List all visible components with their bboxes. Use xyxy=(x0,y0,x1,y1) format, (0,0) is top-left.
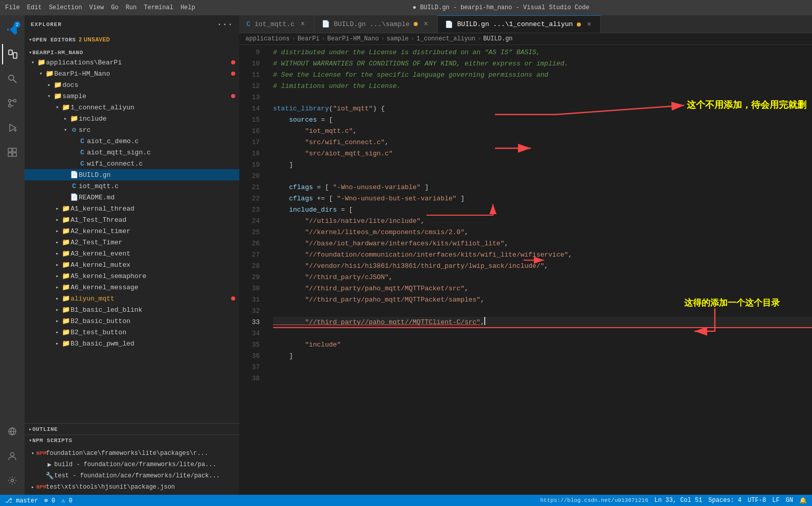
folder-b3[interactable]: 📁 B3_basic_pwm_led xyxy=(25,338,239,349)
status-position[interactable]: Ln 33, Col 51 xyxy=(655,497,703,504)
folder-b2-test-icon: 📁 xyxy=(61,328,71,337)
b3-arrow xyxy=(53,339,61,348)
activity-account[interactable] xyxy=(2,446,22,466)
tab-build-1connect-close[interactable]: × xyxy=(585,20,593,29)
folder-applications[interactable]: 📁 applications\BearPi xyxy=(25,57,239,68)
open-editors-badge: 2 UNSAVED xyxy=(79,37,110,42)
file-tree: OPEN EDITORS 2 UNSAVED BEARPI-HM_NANO 📁 … xyxy=(25,33,239,423)
bc-sep1: › xyxy=(291,35,295,42)
bc-1connect[interactable]: 1_connect_aliyun xyxy=(417,35,476,42)
tab-build-sample-close[interactable]: × xyxy=(422,20,430,28)
folder-aliyun[interactable]: 📁 aliyun_mqtt xyxy=(25,293,239,304)
folder-b2-button[interactable]: 📁 B2_basic_button xyxy=(25,315,239,327)
bc-applications[interactable]: applications xyxy=(245,35,289,42)
folder-a2-test-icon: 📁 xyxy=(61,238,71,247)
open-editors-header[interactable]: OPEN EDITORS 2 UNSAVED xyxy=(25,35,239,44)
folder-docs[interactable]: 📁 docs xyxy=(25,79,239,90)
activity-explorer[interactable] xyxy=(2,44,22,64)
menu-go[interactable]: Go xyxy=(111,4,118,11)
folder-a5-icon: 📁 xyxy=(61,271,71,281)
a3-arrow xyxy=(53,249,61,258)
npm-test-script[interactable]: 🔧 test - foundation/ace/frameworks/lite/… xyxy=(25,470,239,481)
npm-item-foundation[interactable]: NPM foundation\ace\frameworks\lite\packa… xyxy=(25,448,239,459)
folder-sample[interactable]: 📁 sample xyxy=(25,90,239,102)
status-url: https://blog.csdn.net/u013671216 xyxy=(540,497,648,503)
folder-a6[interactable]: 📁 A6_kernel_message xyxy=(25,282,239,293)
status-errors[interactable]: ⊗ 0 xyxy=(44,497,55,504)
status-encoding[interactable]: UTF-8 xyxy=(748,497,766,504)
folder-a5[interactable]: 📁 A5_kernel_semaphore xyxy=(25,270,239,282)
folder-b1[interactable]: 📁 B1_basic_led_blink xyxy=(25,304,239,315)
file-readme-label: README.md xyxy=(79,194,239,201)
svg-rect-1 xyxy=(13,53,17,58)
folder-1connect[interactable]: 📁 1_connect_aliyun xyxy=(25,102,239,113)
folder-a3[interactable]: 📁 A3_kernel_event xyxy=(25,248,239,259)
code-line-11: # See the License for the specific langu… xyxy=(273,70,812,81)
file-build-gn[interactable]: 📄 BUILD.gn xyxy=(25,169,239,180)
folder-a4[interactable]: 📁 A4_kernel_mutex xyxy=(25,259,239,270)
menu-terminal[interactable]: Terminal xyxy=(144,4,173,11)
file-aiot-c-demo-label: aiot_c_demo.c xyxy=(87,137,239,145)
folder-a1-test[interactable]: 📁 A1_Test_Thread xyxy=(25,214,239,225)
status-bell[interactable]: 🔔 xyxy=(799,497,807,504)
b2-button-arrow xyxy=(53,317,61,325)
npm-build-script[interactable]: ▶ build - foundation/ace/frameworks/lite… xyxy=(25,459,239,470)
file-build-gn-label: BUILD.gn xyxy=(79,171,239,179)
status-branch[interactable]: ⎇ master xyxy=(5,497,38,504)
tab-iot-mqtt-close[interactable]: × xyxy=(299,20,307,28)
activity-settings[interactable] xyxy=(2,470,22,491)
tab-iot-mqtt[interactable]: C iot_mqtt.c × xyxy=(239,15,314,33)
code-editor[interactable]: 9 10 11 12 13 14 15 16 17 18 19 20 21 22… xyxy=(239,45,812,495)
code-content[interactable]: # distributed under the License is distr… xyxy=(265,45,812,495)
folder-a1-kernel[interactable]: 📁 A1_kernal_thread xyxy=(25,203,239,214)
file-iot-mqtt-label: iot_mqtt.c xyxy=(79,182,239,190)
activity-remote[interactable] xyxy=(2,421,22,442)
sidebar-more-button[interactable]: ··· xyxy=(217,20,233,29)
menu-help[interactable]: Help xyxy=(181,4,195,11)
folder-bearpi-hm-nano[interactable]: 📁 BearPi-HM_Nano xyxy=(25,68,239,79)
applications-arrow xyxy=(29,58,37,66)
file-readme[interactable]: 📄 README.md xyxy=(25,192,239,203)
tab-build-1connect[interactable]: 📄 BUILD.gn ...\1_connect_aliyun × xyxy=(438,15,601,33)
outline-header[interactable]: OUTLINE xyxy=(25,424,239,434)
bc-bearpi[interactable]: BearPi xyxy=(298,35,320,42)
code-line-36: ] xyxy=(273,351,812,362)
menu-run[interactable]: Run xyxy=(126,4,137,11)
bc-sample[interactable]: sample xyxy=(387,35,409,42)
tab-build-sample[interactable]: 📄 BUILD.gn ...\sample × xyxy=(314,15,438,33)
folder-b2-test[interactable]: 📁 B2_test_button xyxy=(25,327,239,338)
bc-buildgn[interactable]: BUILD.gn xyxy=(483,35,513,42)
menu-bar[interactable]: File Edit Selection View Go Run Terminal… xyxy=(5,4,195,11)
npm-scripts-header[interactable]: NPM SCRIPTS xyxy=(25,435,239,446)
folder-a1-test-icon: 📁 xyxy=(61,215,71,224)
sidebar: EXPLORER ··· OPEN EDITORS 2 UNSAVED BEAR… xyxy=(25,15,239,495)
file-wifi-connect[interactable]: C wifi_connect.c xyxy=(25,158,239,169)
npm-item-xts[interactable]: NPM test\xts\tools\hjsunit\package.json xyxy=(25,481,239,493)
file-aiot-mqtt-sign[interactable]: C aiot_mqtt_sign.c xyxy=(25,147,239,158)
svg-rect-13 xyxy=(13,153,16,156)
menu-selection[interactable]: Selection xyxy=(49,4,82,11)
status-eol[interactable]: LF xyxy=(772,497,779,504)
folder-include[interactable]: 📁 include xyxy=(25,113,239,124)
file-aiot-c-demo[interactable]: C aiot_c_demo.c xyxy=(25,135,239,147)
activity-run[interactable] xyxy=(2,118,22,138)
activity-search[interactable] xyxy=(2,68,22,89)
folder-applications-icon: 📁 xyxy=(37,58,46,67)
bc-bearpi-nano[interactable]: BearPi-HM_Nano xyxy=(327,35,379,42)
menu-view[interactable]: View xyxy=(89,4,104,11)
folder-a2-kernel[interactable]: 📁 A2_kernel_timer xyxy=(25,225,239,237)
status-language[interactable]: GN xyxy=(786,497,793,504)
folder-src[interactable]: ⚙ src xyxy=(25,124,239,135)
b2-test-arrow xyxy=(53,328,61,336)
activity-source-control[interactable] xyxy=(2,93,22,113)
status-warnings[interactable]: ⚠ 0 xyxy=(61,497,73,504)
project-header[interactable]: BEARPI-HM_NANO xyxy=(25,48,239,57)
menu-file[interactable]: File xyxy=(5,4,20,11)
menu-edit[interactable]: Edit xyxy=(27,4,42,11)
status-spaces[interactable]: Spaces: 4 xyxy=(708,497,741,504)
folder-b3-icon: 📁 xyxy=(61,339,71,348)
activity-extensions[interactable] xyxy=(2,142,22,163)
folder-a2-test[interactable]: 📁 A2_Test_Timer xyxy=(25,237,239,248)
bc-sep3: › xyxy=(381,35,385,42)
file-iot-mqtt[interactable]: C iot_mqtt.c xyxy=(25,180,239,192)
